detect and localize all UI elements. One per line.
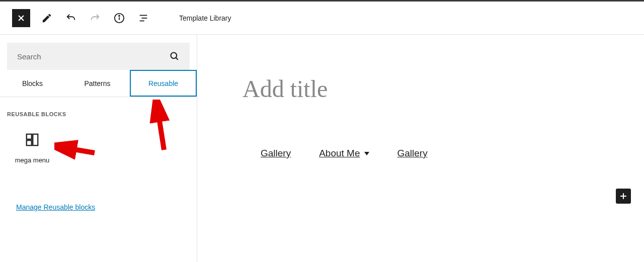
outline-button[interactable]	[136, 11, 151, 26]
tab-patterns[interactable]: Patterns	[65, 70, 130, 97]
template-library-label[interactable]: Template Library	[179, 14, 231, 22]
search-icon[interactable]	[170, 51, 180, 61]
svg-rect-12	[33, 134, 38, 146]
plus-icon	[618, 191, 628, 201]
undo-button[interactable]	[63, 11, 78, 26]
edit-button[interactable]	[39, 11, 54, 26]
manage-reusable-link[interactable]: Manage Reusable blocks	[16, 203, 95, 211]
redo-button[interactable]	[88, 11, 103, 26]
info-button[interactable]	[112, 11, 127, 26]
close-icon	[16, 13, 26, 23]
svg-rect-11	[27, 140, 32, 145]
search-input[interactable]	[17, 52, 170, 61]
search-box[interactable]	[7, 43, 190, 70]
inserter-tabs: Blocks Patterns Reusable	[0, 70, 197, 97]
svg-rect-10	[27, 134, 32, 139]
nav-item-gallery-1[interactable]: Gallery	[261, 148, 291, 159]
navigation-block[interactable]: Gallery About Me Gallery	[261, 148, 599, 159]
editor-canvas: Add title Gallery About Me Gallery	[197, 35, 644, 262]
tab-reusable[interactable]: Reusable	[130, 70, 197, 97]
editor-toolbar: Template Library	[0, 2, 644, 35]
reusable-block-icon	[25, 132, 40, 147]
section-heading-reusable: REUSABLE BLOCKS	[7, 111, 190, 117]
info-icon	[114, 13, 125, 24]
add-block-button[interactable]	[616, 189, 631, 204]
chevron-down-icon	[364, 152, 369, 155]
outline-icon	[138, 13, 149, 24]
block-item-mega-menu[interactable]: mega menu	[7, 132, 57, 164]
nav-item-gallery-2[interactable]: Gallery	[397, 148, 428, 159]
tab-blocks[interactable]: Blocks	[0, 70, 65, 97]
svg-point-4	[119, 15, 120, 16]
svg-line-9	[176, 58, 178, 60]
undo-icon	[65, 13, 76, 24]
close-button[interactable]	[12, 9, 30, 27]
post-title-input[interactable]: Add title	[243, 75, 599, 103]
pencil-icon	[41, 13, 52, 24]
svg-point-8	[171, 53, 177, 59]
block-item-label: mega menu	[7, 156, 57, 164]
redo-icon	[90, 13, 101, 24]
inserter-sidebar: Blocks Patterns Reusable REUSABLE BLOCKS…	[0, 35, 197, 262]
nav-item-about-me[interactable]: About Me	[319, 148, 369, 159]
